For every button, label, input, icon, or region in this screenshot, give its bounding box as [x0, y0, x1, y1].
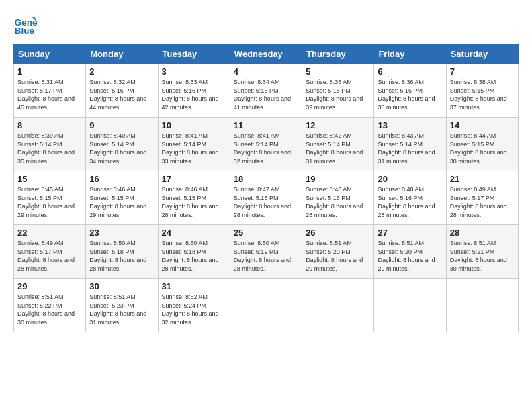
- table-row: 5Sunrise: 8:35 AMSunset: 5:15 PMDaylight…: [302, 64, 374, 118]
- sunrise-text: Sunrise: 8:52 AMSunset: 5:24 PMDaylight:…: [162, 293, 219, 326]
- col-wednesday: Wednesday: [230, 45, 302, 64]
- day-number: 16: [89, 174, 154, 184]
- table-row: 27Sunrise: 8:51 AMSunset: 5:20 PMDayligh…: [374, 225, 446, 279]
- calendar-body: 1Sunrise: 8:31 AMSunset: 5:17 PMDaylight…: [14, 64, 519, 332]
- day-number: 26: [306, 228, 370, 238]
- day-number: 10: [162, 120, 226, 130]
- sunrise-text: Sunrise: 8:47 AMSunset: 5:16 PMDaylight:…: [234, 186, 291, 218]
- sunrise-text: Sunrise: 8:48 AMSunset: 5:16 PMDaylight:…: [306, 186, 363, 218]
- sunrise-text: Sunrise: 8:51 AMSunset: 5:23 PMDaylight:…: [89, 293, 146, 326]
- day-number: 6: [378, 66, 442, 77]
- sunrise-text: Sunrise: 8:45 AMSunset: 5:15 PMDaylight:…: [17, 186, 75, 218]
- table-row: 4Sunrise: 8:34 AMSunset: 5:15 PMDaylight…: [230, 64, 302, 118]
- sunrise-text: Sunrise: 8:50 AMSunset: 5:19 PMDaylight:…: [234, 240, 291, 272]
- table-row: 10Sunrise: 8:41 AMSunset: 5:14 PMDayligh…: [158, 118, 230, 171]
- table-row: 16Sunrise: 8:46 AMSunset: 5:15 PMDayligh…: [86, 171, 158, 225]
- sunrise-text: Sunrise: 8:42 AMSunset: 5:14 PMDaylight:…: [306, 132, 363, 165]
- day-number: 1: [17, 66, 82, 77]
- sunrise-text: Sunrise: 8:31 AMSunset: 5:17 PMDaylight:…: [17, 79, 75, 111]
- table-row: 28Sunrise: 8:51 AMSunset: 5:21 PMDayligh…: [446, 225, 518, 279]
- logo: General Blue: [13, 12, 40, 36]
- calendar-table: Sunday Monday Tuesday Wednesday Thursday…: [13, 44, 519, 332]
- table-row: [230, 279, 302, 332]
- sunrise-text: Sunrise: 8:49 AMSunset: 5:17 PMDaylight:…: [17, 240, 75, 272]
- table-row: 19Sunrise: 8:48 AMSunset: 5:16 PMDayligh…: [302, 171, 374, 225]
- day-number: 14: [450, 120, 515, 130]
- table-row: 24Sunrise: 8:50 AMSunset: 5:18 PMDayligh…: [158, 225, 230, 279]
- sunrise-text: Sunrise: 8:32 AMSunset: 5:16 PMDaylight:…: [89, 79, 146, 111]
- header: General Blue: [13, 12, 519, 36]
- sunrise-text: Sunrise: 8:46 AMSunset: 5:15 PMDaylight:…: [162, 186, 219, 218]
- table-row: 17Sunrise: 8:46 AMSunset: 5:15 PMDayligh…: [158, 171, 230, 225]
- sunrise-text: Sunrise: 8:51 AMSunset: 5:21 PMDaylight:…: [450, 240, 507, 272]
- table-row: 18Sunrise: 8:47 AMSunset: 5:16 PMDayligh…: [230, 171, 302, 225]
- day-number: 28: [450, 228, 515, 238]
- col-sunday: Sunday: [14, 45, 86, 64]
- table-row: 26Sunrise: 8:51 AMSunset: 5:20 PMDayligh…: [302, 225, 374, 279]
- table-row: 31Sunrise: 8:52 AMSunset: 5:24 PMDayligh…: [158, 279, 230, 332]
- table-row: 15Sunrise: 8:45 AMSunset: 5:15 PMDayligh…: [14, 171, 86, 225]
- day-number: 9: [89, 120, 154, 130]
- day-number: 24: [162, 228, 226, 238]
- table-row: 23Sunrise: 8:50 AMSunset: 5:18 PMDayligh…: [86, 225, 158, 279]
- table-row: 12Sunrise: 8:42 AMSunset: 5:14 PMDayligh…: [302, 118, 374, 171]
- table-row: 30Sunrise: 8:51 AMSunset: 5:23 PMDayligh…: [86, 279, 158, 332]
- col-friday: Friday: [374, 45, 446, 64]
- sunrise-text: Sunrise: 8:43 AMSunset: 5:14 PMDaylight:…: [378, 132, 435, 165]
- col-tuesday: Tuesday: [158, 45, 230, 64]
- table-row: 13Sunrise: 8:43 AMSunset: 5:14 PMDayligh…: [374, 118, 446, 171]
- sunrise-text: Sunrise: 8:49 AMSunset: 5:17 PMDaylight:…: [450, 186, 507, 218]
- table-row: 9Sunrise: 8:40 AMSunset: 5:14 PMDaylight…: [86, 118, 158, 171]
- sunrise-text: Sunrise: 8:36 AMSunset: 5:15 PMDaylight:…: [378, 79, 435, 111]
- table-row: 8Sunrise: 8:39 AMSunset: 5:14 PMDaylight…: [14, 118, 86, 171]
- col-monday: Monday: [86, 45, 158, 64]
- svg-text:Blue: Blue: [15, 26, 35, 36]
- day-number: 18: [234, 174, 298, 184]
- day-number: 23: [89, 228, 154, 238]
- day-number: 27: [378, 228, 442, 238]
- table-row: 1Sunrise: 8:31 AMSunset: 5:17 PMDaylight…: [14, 64, 86, 118]
- table-row: 7Sunrise: 8:38 AMSunset: 5:15 PMDaylight…: [446, 64, 518, 118]
- day-number: 31: [162, 281, 226, 291]
- sunrise-text: Sunrise: 8:35 AMSunset: 5:15 PMDaylight:…: [306, 79, 363, 111]
- sunrise-text: Sunrise: 8:51 AMSunset: 5:20 PMDaylight:…: [378, 240, 435, 272]
- day-number: 29: [17, 281, 82, 291]
- day-number: 2: [89, 66, 154, 77]
- sunrise-text: Sunrise: 8:51 AMSunset: 5:22 PMDaylight:…: [17, 293, 75, 326]
- table-row: [446, 279, 518, 332]
- table-row: 3Sunrise: 8:33 AMSunset: 5:16 PMDaylight…: [158, 64, 230, 118]
- sunrise-text: Sunrise: 8:40 AMSunset: 5:14 PMDaylight:…: [89, 132, 146, 165]
- sunrise-text: Sunrise: 8:41 AMSunset: 5:14 PMDaylight:…: [162, 132, 219, 165]
- day-number: 12: [306, 120, 370, 130]
- table-row: 25Sunrise: 8:50 AMSunset: 5:19 PMDayligh…: [230, 225, 302, 279]
- calendar-header: Sunday Monday Tuesday Wednesday Thursday…: [14, 45, 519, 64]
- day-number: 20: [378, 174, 442, 184]
- day-number: 7: [450, 66, 515, 77]
- day-number: 22: [17, 228, 82, 238]
- day-number: 13: [378, 120, 442, 130]
- sunrise-text: Sunrise: 8:33 AMSunset: 5:16 PMDaylight:…: [162, 79, 219, 111]
- col-thursday: Thursday: [302, 45, 374, 64]
- col-saturday: Saturday: [446, 45, 518, 64]
- day-number: 21: [450, 174, 515, 184]
- table-row: 2Sunrise: 8:32 AMSunset: 5:16 PMDaylight…: [86, 64, 158, 118]
- sunrise-text: Sunrise: 8:39 AMSunset: 5:14 PMDaylight:…: [17, 132, 75, 165]
- sunrise-text: Sunrise: 8:41 AMSunset: 5:14 PMDaylight:…: [234, 132, 291, 165]
- sunrise-text: Sunrise: 8:34 AMSunset: 5:15 PMDaylight:…: [234, 79, 291, 111]
- table-row: 14Sunrise: 8:44 AMSunset: 5:15 PMDayligh…: [446, 118, 518, 171]
- day-number: 30: [89, 281, 154, 291]
- day-number: 8: [17, 120, 82, 130]
- sunrise-text: Sunrise: 8:50 AMSunset: 5:18 PMDaylight:…: [89, 240, 146, 272]
- table-row: 6Sunrise: 8:36 AMSunset: 5:15 PMDaylight…: [374, 64, 446, 118]
- sunrise-text: Sunrise: 8:44 AMSunset: 5:15 PMDaylight:…: [450, 132, 507, 165]
- table-row: [374, 279, 446, 332]
- day-number: 17: [162, 174, 226, 184]
- day-number: 4: [234, 66, 298, 77]
- sunrise-text: Sunrise: 8:50 AMSunset: 5:18 PMDaylight:…: [162, 240, 219, 272]
- table-row: [302, 279, 374, 332]
- sunrise-text: Sunrise: 8:38 AMSunset: 5:15 PMDaylight:…: [450, 79, 507, 111]
- table-row: 21Sunrise: 8:49 AMSunset: 5:17 PMDayligh…: [446, 171, 518, 225]
- day-number: 11: [234, 120, 298, 130]
- table-row: 11Sunrise: 8:41 AMSunset: 5:14 PMDayligh…: [230, 118, 302, 171]
- table-row: 29Sunrise: 8:51 AMSunset: 5:22 PMDayligh…: [14, 279, 86, 332]
